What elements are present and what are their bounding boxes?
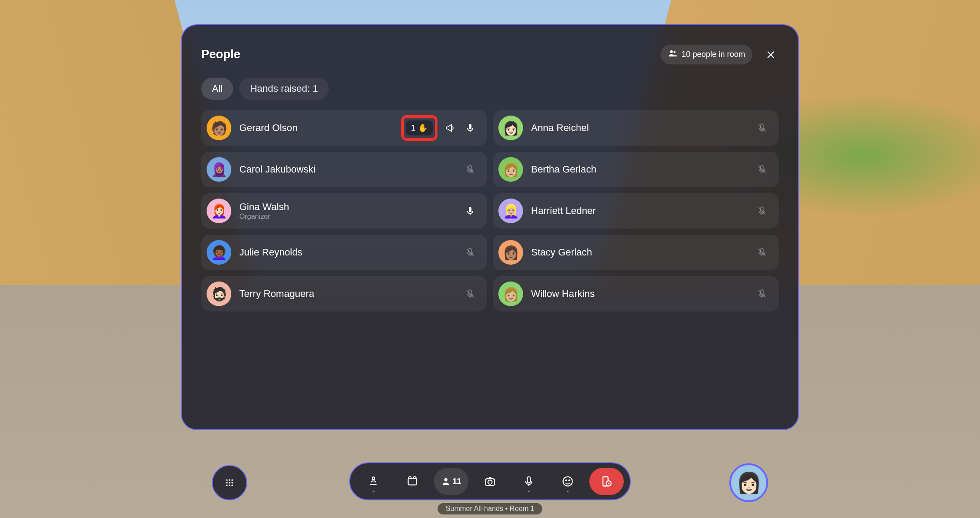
person-row[interactable]: 👩🏼 Bertha Gerlach (493, 152, 779, 187)
avatar: 👩🏻 (498, 116, 523, 140)
svg-point-1 (673, 51, 675, 53)
svg-point-25 (488, 480, 492, 484)
mic-on-icon[interactable] (462, 120, 478, 136)
self-avatar-button[interactable]: 👩🏻 (729, 463, 768, 502)
svg-rect-2 (469, 124, 471, 129)
svg-point-27 (563, 477, 573, 486)
mic-muted-icon[interactable] (754, 203, 770, 219)
people-panel: People 10 people in room All Hands raise… (181, 24, 799, 430)
hand-raised-badge[interactable]: 1 ✋ (406, 120, 433, 135)
svg-point-16 (229, 482, 230, 484)
person-name: Anna Reichel (531, 122, 746, 134)
person-name: Julie Reynolds (239, 247, 454, 258)
move-button[interactable]: ⌄ (356, 468, 391, 495)
mic-muted-icon[interactable] (462, 286, 478, 302)
svg-point-18 (226, 484, 228, 486)
svg-point-28 (565, 480, 566, 481)
person-name: Stacy Gerlach (531, 247, 746, 258)
toolbar: ⌄ 11 ⌄ ⌄ (349, 462, 631, 500)
person-role: Organizer (239, 213, 454, 221)
svg-point-15 (226, 482, 228, 484)
avatar: 👱🏼‍♀️ (498, 199, 523, 223)
person-name: Gerard Olson (239, 122, 393, 134)
chevron-down-icon: ⌄ (527, 487, 531, 493)
chevron-down-icon: ⌄ (371, 487, 376, 493)
person-name: Willow Harkins (531, 288, 746, 300)
svg-point-14 (231, 479, 233, 481)
svg-point-19 (229, 484, 230, 486)
mic-muted-icon[interactable] (754, 120, 770, 136)
avatar: 🧕🏽 (207, 157, 231, 182)
close-button[interactable] (763, 47, 779, 63)
megaphone-icon[interactable] (442, 120, 458, 136)
room-label: Summer All-hands • Room 1 (437, 503, 542, 514)
mic-button[interactable]: ⌄ (512, 468, 546, 495)
avatar: 👩🏼 (498, 157, 523, 182)
svg-rect-26 (528, 477, 531, 483)
room-count-pill[interactable]: 10 people in room (660, 45, 752, 64)
person-row[interactable]: 👩🏽 Stacy Gerlach (493, 235, 779, 270)
mic-muted-icon[interactable] (754, 286, 770, 302)
mic-muted-icon[interactable] (754, 244, 770, 260)
avatar: 👩🏼 (498, 282, 523, 306)
filter-tabs: All Hands raised: 1 (201, 78, 779, 100)
mic-on-icon[interactable] (462, 203, 478, 219)
camera-button[interactable] (473, 468, 507, 495)
people-icon (667, 48, 678, 61)
people-button[interactable]: 11 (434, 468, 468, 495)
avatar: 👩🏻‍🦰 (207, 199, 231, 223)
person-name: Terry Romaguera (239, 288, 454, 300)
apps-button[interactable] (212, 465, 247, 500)
avatar: 👩🏽 (498, 240, 523, 265)
avatar: 🧔🏻 (207, 282, 231, 306)
raised-hand-icon: ✋ (418, 123, 428, 133)
person-name: Bertha Gerlach (531, 164, 746, 175)
people-list: 🧑🏽 Gerard Olson 1 ✋ 👩� (201, 110, 779, 312)
person-name: Harriett Ledner (531, 205, 746, 217)
person-name: Gina Walsh (239, 201, 454, 213)
person-row[interactable]: 🧑🏽 Gerard Olson 1 ✋ (201, 110, 487, 146)
avatar: 👩🏾‍🦱 (207, 240, 231, 265)
panel-title: People (201, 48, 241, 61)
mic-muted-icon[interactable] (462, 161, 478, 177)
person-row[interactable]: 👩🏼 Willow Harkins (493, 276, 779, 312)
tab-all[interactable]: All (201, 78, 233, 100)
hand-raised-highlight: 1 ✋ (401, 115, 437, 141)
room-count-label: 10 people in room (682, 50, 745, 59)
svg-point-12 (226, 479, 228, 481)
person-row[interactable]: 👱🏼‍♀️ Harriett Ledner (493, 193, 779, 229)
person-row[interactable]: 👩🏾‍🦱 Julie Reynolds (201, 235, 487, 270)
person-name: Carol Jakubowski (239, 164, 454, 175)
svg-point-23 (444, 478, 447, 481)
svg-rect-22 (408, 478, 417, 485)
svg-point-29 (569, 480, 569, 481)
svg-point-21 (372, 477, 375, 480)
svg-point-13 (229, 479, 230, 481)
tab-hands-raised[interactable]: Hands raised: 1 (239, 78, 328, 100)
person-row[interactable]: 👩🏻 Anna Reichel (493, 110, 779, 146)
svg-point-17 (231, 482, 233, 484)
svg-rect-6 (469, 207, 471, 212)
svg-point-0 (670, 50, 673, 53)
reactions-button[interactable]: ⌄ (550, 468, 585, 495)
svg-point-20 (231, 484, 233, 486)
mic-muted-icon[interactable] (462, 244, 478, 260)
avatar: 🧑🏽 (207, 116, 231, 140)
hand-order: 1 (411, 124, 415, 133)
mic-muted-icon[interactable] (754, 161, 770, 177)
chevron-down-icon: ⌄ (565, 487, 570, 493)
bottom-dock: ⌄ 11 ⌄ ⌄ (349, 462, 631, 500)
leave-button[interactable] (589, 468, 624, 495)
person-row[interactable]: 🧔🏻 Terry Romaguera (201, 276, 487, 312)
person-row[interactable]: 👩🏻‍🦰 Gina Walsh Organizer (201, 193, 487, 229)
person-row[interactable]: 🧕🏽 Carol Jakubowski (201, 152, 487, 187)
scene-button[interactable] (395, 468, 430, 495)
people-count-label: 11 (452, 477, 461, 486)
